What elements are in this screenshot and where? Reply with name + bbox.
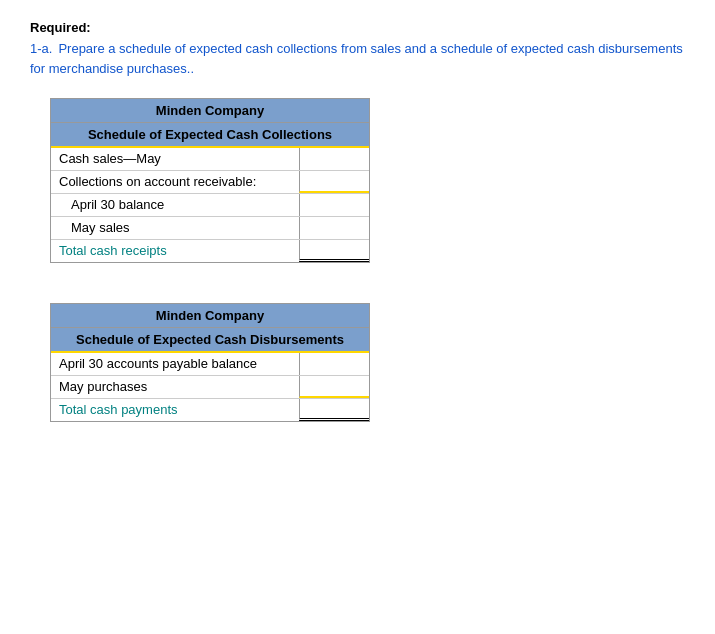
table-row: April 30 accounts payable balance [51, 353, 369, 376]
row-label: Cash sales—May [51, 148, 299, 170]
collections-table: Minden Company Schedule of Expected Cash… [50, 98, 370, 263]
table-row: April 30 balance [51, 194, 369, 217]
description-text: Prepare a schedule of expected cash coll… [30, 41, 683, 76]
row-value[interactable] [299, 217, 369, 239]
row-label: Total cash receipts [51, 240, 299, 262]
row-label: April 30 balance [51, 194, 299, 216]
row-label: May sales [51, 217, 299, 239]
required-label: Required: [30, 20, 685, 35]
row-value[interactable] [299, 240, 369, 262]
table-row: Collections on account receivable: [51, 171, 369, 194]
disbursements-company-name: Minden Company [51, 304, 369, 328]
row-label: May purchases [51, 376, 299, 398]
row-value[interactable] [299, 376, 369, 398]
item-number: 1-a. [30, 41, 52, 56]
row-value[interactable] [299, 353, 369, 375]
row-value[interactable] [299, 171, 369, 193]
row-label: April 30 accounts payable balance [51, 353, 299, 375]
row-value[interactable] [299, 148, 369, 170]
table-row: Cash sales—May [51, 148, 369, 171]
disbursements-table: Minden Company Schedule of Expected Cash… [50, 303, 370, 422]
row-label: Collections on account receivable: [51, 171, 299, 193]
required-text: 1-a.Prepare a schedule of expected cash … [30, 39, 685, 78]
disbursements-title: Schedule of Expected Cash Disbursements [51, 328, 369, 353]
row-value[interactable] [299, 399, 369, 421]
table-row: May sales [51, 217, 369, 240]
collections-company-name: Minden Company [51, 99, 369, 123]
row-label: Total cash payments [51, 399, 299, 421]
collections-title: Schedule of Expected Cash Collections [51, 123, 369, 148]
table-row total-row: Total cash receipts [51, 240, 369, 262]
table-row total-row: Total cash payments [51, 399, 369, 421]
table-row: May purchases [51, 376, 369, 399]
row-value[interactable] [299, 194, 369, 216]
